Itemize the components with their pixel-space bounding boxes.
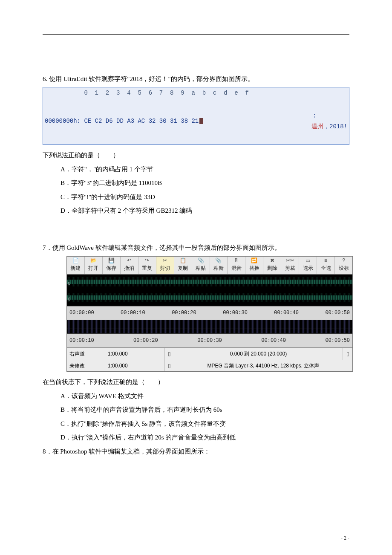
q7-prompt: 在当前状态下，下列说法正确的是（ ）: [43, 376, 349, 388]
toolbar-保存-button[interactable]: 💾保存: [103, 257, 121, 274]
time-tick: 00:00:10: [69, 336, 94, 346]
hex-address: 00000000h:: [45, 116, 81, 127]
time-ruler-top: 00:00:0000:00:1000:00:2000:00:3000:00:40…: [67, 306, 352, 320]
toolbar-label: 剪裁: [285, 265, 295, 271]
overview-strip: [67, 320, 352, 329]
toolbar-icon: ?: [335, 257, 352, 263]
time-tick: 00:00:30: [223, 308, 248, 318]
toolbar-打开-button[interactable]: 📂打开: [85, 257, 103, 274]
status-row-1: 右声道 1:00.000 ▯ 0.000 到 20.000 (20.000) ▯: [67, 348, 352, 360]
hex-decoded: ； 温州，2018!: [283, 98, 347, 144]
marker-icon: ▯: [343, 348, 352, 360]
status-time: 1:00.000: [105, 348, 165, 360]
toolbar-icon: ↶: [121, 257, 138, 263]
toolbar-新建-button[interactable]: 📄新建: [67, 257, 85, 274]
toolbar-label: 剪切: [160, 265, 170, 271]
q7-option-c: C．执行"删除"操作后再插入 5s 静音，该音频文件容量不变: [61, 418, 349, 430]
time-tick: 00:00:10: [121, 308, 145, 318]
waveform-channel-right: 0: [67, 290, 352, 306]
toolbar-替换-button[interactable]: 🔁替换: [245, 257, 263, 274]
time-tick: 00:00:40: [261, 336, 286, 346]
goldwave-toolbar: 📄新建📂打开💾保存↶撤消↷重复✂剪切📋复制📎粘贴📎粘新🎚混音🔁替换✖删除✂✂剪裁…: [67, 257, 352, 275]
q7-options: A．该音频为 WAVE 格式文件 B．将当前选中的声音设置为静音后，右声道时长仍…: [43, 390, 349, 444]
toolbar-重复-button[interactable]: ↷重复: [138, 257, 156, 274]
time-tick: 00:00:50: [325, 336, 350, 346]
hex-cursor: [199, 118, 203, 124]
q7-option-d: D．执行"淡入"操作后，右声道前 20s 的声音音量变为由高到低: [61, 431, 349, 444]
toolbar-label: 粘新: [213, 265, 224, 271]
channel-zero-label: 0: [68, 279, 71, 288]
q6-option-b: B．字符"3"的二进制内码是 110010B: [61, 177, 349, 189]
toolbar-icon: 🎚: [228, 257, 245, 263]
spacer: [43, 219, 349, 242]
q6-text: 6. 使用 UltraEdit 软件观察字符"2018，好运！"的内码，部分界面…: [43, 73, 349, 85]
time-tick: 00:00:20: [133, 336, 158, 346]
toolbar-icon: ✂: [156, 257, 174, 263]
q7-option-b: B．将当前选中的声音设置为静音后，右声道时长仍为 60s: [61, 404, 349, 416]
time-tick: 00:00:50: [325, 308, 350, 318]
status-time: 1:00.000: [105, 360, 165, 372]
toolbar-label: 重复: [142, 265, 152, 271]
status-format: MPEG 音频 Layer-3, 44100 Hz, 128 kbps, 立体声: [174, 360, 352, 372]
time-tick: 00:00:40: [274, 308, 299, 318]
q6-option-a: A．字符"，"的内码占用 1 个字节: [61, 163, 349, 176]
marker-icon: ▯: [165, 360, 174, 372]
toolbar-label: 复制: [178, 265, 188, 271]
toolbar-label: 删除: [267, 265, 277, 271]
toolbar-粘贴-button[interactable]: 📎粘贴: [192, 257, 210, 274]
hex-row: 00000000h: CE C2 D6 DD A3 AC 32 30 31 38…: [45, 98, 347, 144]
toolbar-icon: 📂: [85, 257, 102, 263]
status-modified: 未修改: [67, 360, 105, 372]
toolbar-icon: ▭: [299, 257, 317, 263]
overview-strip: [67, 329, 352, 334]
status-channel: 右声道: [67, 348, 105, 360]
toolbar-设标-button[interactable]: ?设标: [335, 257, 352, 274]
toolbar-删除-button[interactable]: ✖删除: [263, 257, 281, 274]
toolbar-剪裁-button[interactable]: ✂✂剪裁: [281, 257, 299, 274]
hex-decoded-zh: 温州: [311, 123, 323, 130]
status-selection: 0.000 到 20.000 (20.000): [174, 348, 343, 360]
toolbar-label: 打开: [88, 265, 98, 271]
toolbar-icon: ✂✂: [281, 257, 299, 263]
toolbar-icon: 📋: [174, 257, 192, 263]
document-page: 6. 使用 UltraEdit 软件观察字符"2018，好运！"的内码，部分界面…: [0, 0, 392, 555]
toolbar-label: 保存: [106, 265, 116, 271]
time-tick: 00:00:20: [172, 308, 196, 318]
toolbar-icon: 📎: [192, 257, 210, 263]
waveform-channel-left: 0: [67, 275, 352, 290]
toolbar-label: 新建: [70, 265, 81, 271]
goldwave-window: 📄新建📂打开💾保存↶撤消↷重复✂剪切📋复制📎粘贴📎粘新🎚混音🔁替换✖删除✂✂剪裁…: [66, 256, 353, 372]
toolbar-label: 设标: [339, 265, 349, 271]
q7-option-a: A．该音频为 WAVE 格式文件: [61, 390, 349, 402]
toolbar-icon: ✖: [263, 257, 281, 263]
time-tick: 00:00:00: [69, 308, 94, 318]
toolbar-icon: 📄: [67, 257, 84, 263]
toolbar-撤消-button[interactable]: ↶撤消: [121, 257, 138, 274]
toolbar-混音-button[interactable]: 🎚混音: [228, 257, 245, 274]
toolbar-label: 全选: [321, 265, 331, 271]
q7-text: 7．使用 GoldWave 软件编辑某音频文件，选择其中一段音频后的部分界面如图…: [43, 242, 349, 254]
toolbar-label: 粘贴: [196, 265, 206, 271]
toolbar-label: 选示: [303, 265, 313, 271]
hex-bytes: CE C2 D6 DD A3 AC 32 30 31 38 21: [81, 116, 199, 127]
toolbar-icon: 💾: [103, 257, 120, 263]
toolbar-粘新-button[interactable]: 📎粘新: [210, 257, 228, 274]
toolbar-选示-button[interactable]: ▭选示: [299, 257, 317, 274]
toolbar-复制-button[interactable]: 📋复制: [174, 257, 192, 274]
toolbar-icon: ↷: [138, 257, 156, 263]
page-number: - 2 -: [341, 533, 349, 543]
toolbar-icon: 📎: [210, 257, 228, 263]
hex-column-header: 0 1 2 3 4 5 6 7 8 9 a b c d e f: [45, 87, 347, 99]
toolbar-label: 混音: [231, 265, 242, 271]
toolbar-icon: ≡: [317, 257, 334, 263]
channel-zero-label: 0: [68, 295, 71, 304]
time-ruler-bottom: 00:00:1000:00:2000:00:3000:00:4000:00:50: [67, 334, 352, 348]
toolbar-全选-button[interactable]: ≡全选: [317, 257, 335, 274]
status-row-2: 未修改 1:00.000 ▯ MPEG 音频 Layer-3, 44100 Hz…: [67, 360, 352, 372]
waveform-area: 0 0: [67, 275, 352, 306]
q8-text: 8．在 Photoshop 软件中编辑某文档，其部分界面如图所示：: [43, 445, 349, 458]
q6-options: A．字符"，"的内码占用 1 个字节 B．字符"3"的二进制内码是 110010…: [43, 163, 349, 217]
top-rule: [43, 34, 349, 35]
marker-icon: ▯: [165, 348, 174, 360]
toolbar-剪切-button[interactable]: ✂剪切: [156, 257, 174, 274]
